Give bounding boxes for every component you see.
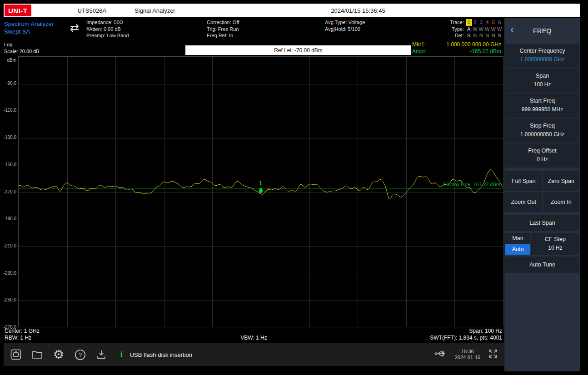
trace-3-badge[interactable]: 3 <box>478 19 484 26</box>
y-axis-label: -110.0 <box>4 108 16 113</box>
correction-readout: Correction: Off <box>207 19 239 26</box>
scale-label: Scale: 20.00 dB <box>4 48 40 55</box>
mode-line-1: Spectrum Analyzer <box>4 20 54 28</box>
span-shortcut-row: Full Span Zero Span <box>505 171 579 191</box>
atten-readout: #Atten: 0.00 dB <box>86 26 129 33</box>
trace-status: Trace: 1 2 3 4 5 6 Type: A W W W W W Det… <box>446 19 503 39</box>
spectrum-display: dBm -90.0-110.0-130.0-150.0-170.0-190.0-… <box>4 56 504 327</box>
title-bar: UNI-T UTS5026A Signal Analyzer 2024/01/1… <box>4 4 580 17</box>
datetime: 2024/01/15 15:36:45 <box>310 7 406 14</box>
trace-4-badge[interactable]: 4 <box>484 19 491 26</box>
vbw-readout: VBW: 1 Hz <box>4 335 504 341</box>
full-span-button[interactable]: Full Span <box>505 171 542 191</box>
plot-area[interactable]: 1 Display Line -167.22 dBm <box>18 56 503 327</box>
status-message-text: USB flash disk insertion <box>130 351 192 358</box>
download-icon <box>95 349 107 360</box>
model-number: UTS5026A <box>78 7 107 14</box>
trace-label: Trace: <box>446 19 464 26</box>
freq-offset-button[interactable]: Freq Offset 0 Hz <box>505 143 579 168</box>
display-line-label: Display Line -167.22 dBm <box>443 182 500 187</box>
cf-step-man-button[interactable]: Man <box>505 233 530 244</box>
trigger-settings: Correction: Off Trig: Free Run Freq Ref:… <box>207 19 239 39</box>
app-title: Signal Analyzer <box>135 7 175 14</box>
back-chevron-icon[interactable]: ‹ <box>510 24 514 35</box>
log-label: Log <box>4 41 40 48</box>
svg-text:?: ? <box>78 351 81 358</box>
last-span-button[interactable]: Last Span <box>505 215 579 231</box>
save-button[interactable] <box>92 345 110 364</box>
impedance-readout: Impedance: 50Ω <box>86 19 129 26</box>
y-axis-label: -170.0 <box>4 189 16 194</box>
y-axis-label: -90.0 <box>6 81 16 86</box>
y-axis-label: -250.0 <box>4 297 16 302</box>
help-icon: ? <box>74 349 86 361</box>
scale-readout: Log Scale: 20.00 dB <box>4 41 40 55</box>
swt-readout: SWT(FFT): 1.834 s, pts: 4001 <box>430 335 502 341</box>
avg-type-readout: Avg Type: Voltage <box>325 19 365 26</box>
gear-icon: ⚙ <box>53 348 64 361</box>
menu-title: FREQ <box>533 27 552 35</box>
y-axis-label: -150.0 <box>4 162 16 167</box>
info-icon: i <box>120 350 123 359</box>
trace-det-row: Det: S N N N N N <box>446 32 503 39</box>
mkr1-label: Mkr1: <box>412 41 426 48</box>
trig-readout: Trig: Free Run <box>207 26 239 33</box>
file-manager-button[interactable] <box>28 345 46 364</box>
display-header: Log Scale: 20.00 dB Ref Lel: -70.00 dBm … <box>4 41 504 56</box>
zoom-out-button[interactable]: Zoom Out <box>505 192 542 212</box>
status-message: i USB flash disk insertion <box>120 350 192 359</box>
taskbar: ⚙ ? i USB flash disk insertion <box>4 343 504 366</box>
help-button[interactable]: ? <box>71 345 89 364</box>
marker-frequency-row: Mkr1: 1.000 000 000 00 GHz <box>412 41 501 48</box>
spectrum-canvas <box>19 57 503 327</box>
y-axis-unit: dBm <box>7 58 16 63</box>
settings-button[interactable]: ⚙ <box>50 345 68 364</box>
freq-menu: ‹ FREQ Center Frequency 1.000000000 GHz … <box>504 18 580 371</box>
preamp-readout: Preamp: Low Band <box>86 32 129 39</box>
cf-step-auto-button[interactable]: Auto <box>505 244 530 255</box>
taskbar-right: 15:36 2024-01-15 <box>434 348 498 361</box>
start-freq-button[interactable]: Start Freq 999.999950 MHz <box>505 94 579 118</box>
average-settings: Avg Type: Voltage Avg|Hold: 5/100 <box>325 19 365 32</box>
trace-numbers-row: Trace: 1 2 3 4 5 6 <box>446 19 503 26</box>
span-readout: Span: 100 Hz <box>430 328 502 335</box>
trace-types-row: Type: A W W W W W <box>446 26 503 33</box>
mode-selector[interactable]: Spectrum Analyzer Swept SA <box>4 20 54 35</box>
center-frequency-button[interactable]: Center Frequency 1.000000000 GHz <box>505 44 579 68</box>
avg-hold-readout: Avg|Hold: 5/100 <box>325 26 365 33</box>
mkr1-frequency: 1.000 000 000 00 GHz <box>446 41 501 48</box>
y-axis-label: -130.0 <box>4 135 16 140</box>
expand-arrows-icon[interactable] <box>488 348 498 361</box>
trace-1-badge[interactable]: 1 <box>466 19 472 26</box>
trace-5-badge[interactable]: 5 <box>490 19 497 26</box>
y-axis-label: -210.0 <box>4 243 16 248</box>
y-axis-label: -230.0 <box>4 271 16 276</box>
screenshot-icon <box>10 349 22 360</box>
zero-span-button[interactable]: Zero Span <box>543 171 580 191</box>
freq-ref-readout: Freq Ref: In <box>207 32 239 39</box>
ref-level-readout: Ref Lel: -70.00 dBm <box>185 45 411 55</box>
span-button[interactable]: Span 100 Hz <box>505 69 579 93</box>
footer-right: Span: 100 Hz SWT(FFT): 1.834 s, pts: 400… <box>430 328 502 341</box>
trace-2-badge[interactable]: 2 <box>472 19 478 26</box>
continuous-sweep-icon[interactable]: ⇄ <box>70 21 79 34</box>
stop-freq-button[interactable]: Stop Freq 1.000000050 GHz <box>505 118 579 143</box>
marker-label: 1 <box>259 180 262 187</box>
cf-step-button[interactable]: CF Step 10 Hz <box>531 233 579 255</box>
screenshot-button[interactable] <box>7 345 25 364</box>
y-axis-label: -190.0 <box>4 216 16 221</box>
auto-tune-button[interactable]: Auto Tune <box>505 257 579 273</box>
clock-time: 15:36 <box>455 349 480 355</box>
chart-footer: Center: 1 GHz RBW: 1 Hz VBW: 1 Hz Span: … <box>4 328 504 342</box>
cf-step-mode-toggle: Man Auto <box>505 233 530 255</box>
zoom-row: Zoom Out Zoom In <box>505 192 579 212</box>
type-label: Type: <box>446 26 464 33</box>
center-freq-readout: Center: 1 GHz <box>5 328 40 335</box>
uni-t-logo: UNI-T <box>5 5 31 16</box>
trace-6-badge[interactable]: 6 <box>497 19 503 26</box>
marker-readout: Mkr1: 1.000 000 000 00 GHz Ampt: -165.02… <box>412 41 501 55</box>
ampt-label: Ampt: <box>412 48 426 55</box>
folder-icon <box>31 349 43 360</box>
clock: 15:36 2024-01-15 <box>455 349 480 360</box>
zoom-in-button[interactable]: Zoom In <box>543 192 580 212</box>
